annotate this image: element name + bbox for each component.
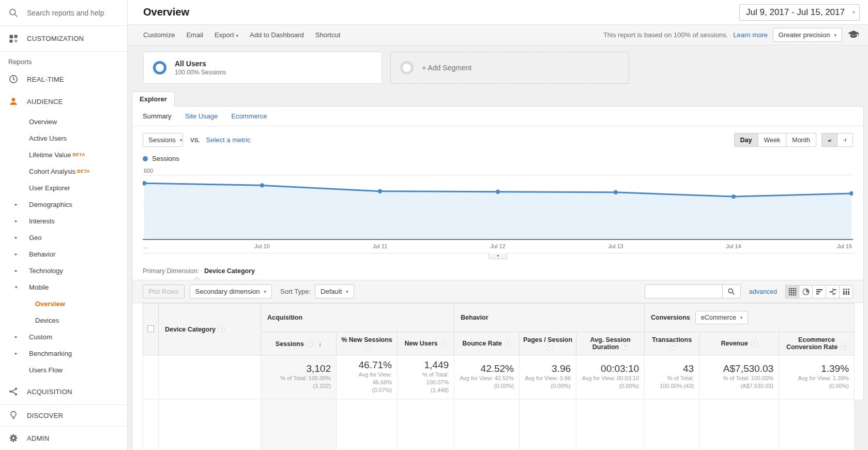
- sidebar-item-mobile-overview[interactable]: Overview: [0, 295, 127, 312]
- sidebar-item-overview[interactable]: Overview: [0, 113, 127, 130]
- date-range-selector[interactable]: Jul 9, 2017 - Jul 15, 2017 ▾: [739, 4, 860, 21]
- help-icon[interactable]: ?: [365, 343, 372, 350]
- sidebar-item-active-users[interactable]: Active Users: [0, 130, 127, 146]
- sidebar-item-users-flow[interactable]: Users Flow: [0, 362, 127, 378]
- sidebar-item-customization[interactable]: CUSTOMIZATION: [0, 26, 127, 52]
- svg-text:Jul 14: Jul 14: [726, 243, 741, 249]
- sidebar-item-acquisition[interactable]: ACQUISITION: [0, 381, 127, 402]
- add-segment-button[interactable]: + Add Segment: [390, 52, 629, 84]
- sidebar-item-lifetime-value[interactable]: Lifetime ValueBETA: [0, 146, 127, 163]
- help-icon[interactable]: ?: [840, 343, 847, 350]
- help-icon[interactable]: ?: [505, 340, 511, 347]
- help-icon[interactable]: ?: [218, 326, 225, 333]
- sort-type-label: Sort Type:: [280, 288, 311, 295]
- sidebar-item-cohort-analysis[interactable]: Cohort AnalysisBETA: [0, 163, 127, 179]
- data-view-button[interactable]: [785, 285, 799, 298]
- sidebar-item-user-explorer[interactable]: User Explorer: [0, 179, 127, 196]
- realtime-label: REAL-TIME: [27, 76, 64, 83]
- precision-select[interactable]: Greater precision▾: [773, 28, 842, 42]
- legend-dot-icon: [143, 156, 148, 161]
- metric-select[interactable]: Sessions▾: [143, 133, 183, 147]
- sidebar-item-admin[interactable]: ADMIN: [0, 426, 127, 450]
- summary-new-sessions: 46.71%Avg for View: 46.68%(0.07%): [337, 355, 398, 399]
- add-to-dashboard-button[interactable]: Add to Dashboard: [250, 31, 304, 39]
- primary-dimension-value[interactable]: Device Category: [204, 267, 255, 275]
- sidebar-item-mobile-devices[interactable]: Devices: [0, 312, 127, 328]
- segment-all-users[interactable]: All Users 100.00% Sessions: [143, 52, 382, 84]
- summary-ecommerce-conversion: 1.39%Avg for View: 1.39%(0.00%): [779, 355, 855, 399]
- svg-text:...: ...: [144, 243, 148, 249]
- help-icon[interactable]: ?: [440, 340, 447, 347]
- sidebar-item-discover[interactable]: DISCOVER: [0, 405, 127, 426]
- column-header-bounce-rate[interactable]: Bounce Rate?: [454, 332, 520, 355]
- column-header-sessions[interactable]: Sessions?↓: [261, 332, 337, 355]
- column-header-ecommerce-conversion[interactable]: Ecommerce Conversion Rate?: [779, 332, 855, 355]
- tab-summary[interactable]: Summary: [143, 112, 172, 120]
- chart-expander-button[interactable]: ▾: [489, 253, 507, 259]
- percentage-view-button[interactable]: [799, 285, 813, 298]
- discover-label: DISCOVER: [27, 412, 63, 419]
- summary-pages-session: 3.96Avg for View: 3.96(0.00%): [520, 355, 576, 399]
- svg-text:Jul 15: Jul 15: [837, 243, 852, 249]
- sidebar-item-demographics[interactable]: ▸Demographics: [0, 196, 127, 213]
- sidebar-search[interactable]: Search reports and help: [0, 0, 127, 26]
- advanced-link[interactable]: advanced: [749, 288, 777, 295]
- sidebar-item-benchmarking[interactable]: ▸Benchmarking: [0, 345, 127, 362]
- help-icon[interactable]: ?: [307, 340, 313, 347]
- plot-rows-button[interactable]: Plot Rows: [143, 284, 185, 298]
- pivot-view-button[interactable]: [839, 285, 853, 298]
- select-all-checkbox[interactable]: [147, 325, 154, 332]
- chevron-right-icon: ▸: [15, 202, 18, 207]
- column-header-transactions[interactable]: Transactions?: [645, 332, 699, 355]
- column-header-revenue[interactable]: Revenue?: [699, 332, 779, 355]
- week-button[interactable]: Week: [758, 133, 787, 147]
- help-icon[interactable]: ?: [751, 340, 757, 347]
- table-search-button[interactable]: [722, 284, 741, 298]
- tab-ecommerce[interactable]: Ecommerce: [231, 112, 267, 120]
- sort-type-select[interactable]: Default▾: [315, 284, 354, 298]
- row-label[interactable]: 1.desktop: [159, 399, 261, 450]
- sessions-chart[interactable]: 600300...Jul 10Jul 11Jul 12Jul 13Jul 14J…: [143, 166, 853, 251]
- motion-chart-button[interactable]: [837, 133, 853, 147]
- sidebar-item-custom[interactable]: ▸Custom: [0, 328, 127, 345]
- sidebar-item-realtime[interactable]: REAL-TIME: [0, 69, 127, 89]
- sidebar-item-technology[interactable]: ▸Technology: [0, 262, 127, 279]
- search-placeholder: Search reports and help: [27, 9, 104, 17]
- help-icon[interactable]: ?: [546, 343, 553, 350]
- chart-type-group: [821, 133, 853, 147]
- sidebar-item-interests[interactable]: ▸Interests: [0, 213, 127, 229]
- comparison-view-button[interactable]: [826, 285, 840, 298]
- help-icon[interactable]: ?: [670, 343, 677, 350]
- device-category-header[interactable]: Device Category?: [159, 304, 261, 355]
- export-button[interactable]: Export▾: [215, 31, 238, 39]
- month-button[interactable]: Month: [786, 133, 816, 147]
- graduation-cap-icon[interactable]: [847, 29, 860, 41]
- sidebar-item-mobile[interactable]: ▾Mobile: [0, 279, 127, 295]
- table-grid-icon: [788, 288, 797, 296]
- chevron-right-icon: ▸: [15, 334, 18, 339]
- shortcut-button[interactable]: Shortcut: [315, 31, 340, 39]
- column-header-session-duration[interactable]: Avg. Session Duration?: [576, 332, 645, 355]
- secondary-dimension-select[interactable]: Secondary dimension▾: [190, 284, 272, 298]
- customize-button[interactable]: Customize: [143, 31, 175, 39]
- help-icon[interactable]: ?: [621, 343, 628, 350]
- conversions-type-select[interactable]: eCommerce▾: [695, 311, 749, 324]
- sidebar-item-audience[interactable]: AUDIENCE: [0, 89, 127, 113]
- column-header-pages-session[interactable]: Pages / Session?: [520, 332, 576, 355]
- learn-more-link[interactable]: Learn more: [733, 31, 767, 39]
- segments-section: All Users 100.00% Sessions + Add Segment: [128, 46, 868, 91]
- select-metric-link[interactable]: Select a metric: [206, 136, 251, 144]
- day-button[interactable]: Day: [734, 133, 758, 147]
- performance-view-button[interactable]: [812, 285, 826, 298]
- line-chart-button[interactable]: [821, 133, 837, 147]
- sidebar-item-behavior[interactable]: ▸Behavior: [0, 246, 127, 262]
- column-header-new-sessions[interactable]: % New Sessions?: [337, 332, 398, 355]
- page-header: Overview Jul 9, 2017 - Jul 15, 2017 ▾: [128, 0, 868, 25]
- table-search-input[interactable]: [645, 284, 722, 298]
- tab-explorer[interactable]: Explorer: [132, 92, 175, 107]
- column-header-new-users[interactable]: New Users?: [398, 332, 454, 355]
- chevron-right-icon: ▸: [15, 351, 18, 356]
- tab-site-usage[interactable]: Site Usage: [185, 112, 218, 120]
- sidebar-item-geo[interactable]: ▸Geo: [0, 229, 127, 246]
- email-button[interactable]: Email: [186, 31, 203, 39]
